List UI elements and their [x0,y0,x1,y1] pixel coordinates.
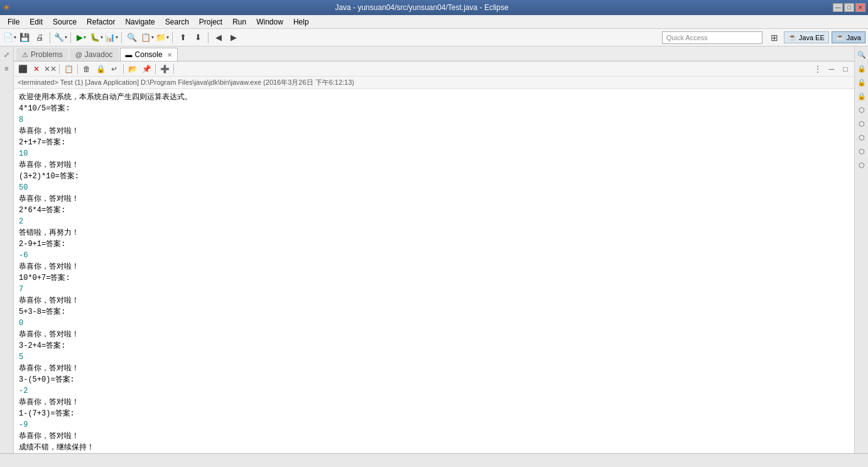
copy-button[interactable]: 📋 [62,63,75,75]
javaee-icon: ☕ [788,33,797,41]
perspectives-bar: ⊞ ☕ Java EE ☕ Java [768,31,865,45]
view-menu-button[interactable]: ⋮ [811,63,824,75]
right-sidebar-icon-9[interactable]: ⬡ [856,159,867,171]
javaee-label: Java EE [799,34,825,41]
toolbar-separator-2 [70,32,71,43]
save-button[interactable]: 💾 [18,31,31,45]
console-panel: ⚠ Problems @ Javadoc ▬ Console ✕ ⬛ ✕ ✕✕ … [14,46,854,453]
menu-run[interactable]: Run [227,16,251,28]
ct-sep-4 [155,64,156,74]
status-bar [0,453,868,467]
window-controls: — □ ✕ [833,3,865,12]
minimize-view-button[interactable]: ─ [825,63,838,75]
toolbar-separator-1 [50,32,50,43]
console-output[interactable]: 欢迎使用本系统，本系统自动产生四则运算表达式。 4*10/5=答案: 8 恭喜你… [14,89,854,453]
menu-refactor[interactable]: Refactor [82,16,120,28]
new-console-button[interactable]: ➕ [158,63,171,75]
menu-navigate[interactable]: Navigate [120,16,160,28]
pin-console-button[interactable]: 📌 [140,63,153,75]
new-file-button[interactable]: 📄▾ [3,31,16,45]
prev-annotation-button[interactable]: ⬆ [176,31,190,45]
tab-javadoc[interactable]: @ Javadoc [70,48,119,61]
main-area: ⤢ ≡ ⚠ Problems @ Javadoc ▬ Console ✕ ⬛ ✕ [0,46,868,453]
menu-bar: File Edit Source Refactor Navigate Searc… [0,15,868,29]
scroll-lock-button[interactable]: 🔒 [94,63,107,75]
eclipse-icon: ☀ [3,3,11,13]
open-type-button[interactable]: 📋▾ [140,31,154,45]
back-button[interactable]: ◀ [212,31,225,45]
tab-problems[interactable]: ⚠ Problems [16,48,68,61]
java-label: Java [847,34,861,41]
ct-sep-5 [173,64,174,74]
console-status-text: <terminated> Test (1) [Java Application]… [18,78,354,87]
run-button[interactable]: ▶▾ [74,31,88,45]
right-sidebar: 🔍 🔒 🔒 🔒 ⬡ ⬡ ⬡ ⬡ ⬡ [854,46,868,453]
open-console-button[interactable]: 📂 [126,63,139,75]
menu-help[interactable]: Help [288,16,314,28]
left-sidebar: ⤢ ≡ [0,46,14,453]
java-icon: ☕ [836,33,845,41]
right-sidebar-icon-8[interactable]: ⬡ [856,146,867,157]
ct-sep-1 [59,64,60,74]
perspective-javaee[interactable]: ☕ Java EE [784,31,829,43]
console-tab-bar: ⚠ Problems @ Javadoc ▬ Console ✕ [14,46,854,62]
tab-problems-label: Problems [31,50,63,59]
right-sidebar-icon-1[interactable]: 🔍 [856,49,867,60]
console-tab-close[interactable]: ✕ [167,51,172,58]
tab-javadoc-label: Javadoc [85,50,113,59]
open-perspective-button[interactable]: ⊞ [768,31,781,45]
right-sidebar-icon-2[interactable]: 🔒 [856,63,867,74]
next-annotation-button[interactable]: ⬇ [191,31,205,45]
tab-console-label: Console [135,50,163,59]
debug-button[interactable]: 🐛▾ [89,31,103,45]
menu-edit[interactable]: Edit [24,16,48,28]
right-sidebar-icon-4[interactable]: 🔒 [856,90,867,102]
right-sidebar-icon-7[interactable]: ⬡ [856,132,867,143]
search-references-button[interactable]: 🔍 [125,31,139,45]
maximize-view-button[interactable]: □ [839,63,852,75]
coverage-button[interactable]: 📊▾ [104,31,118,45]
console-status: <terminated> Test (1) [Java Application]… [14,77,854,89]
right-sidebar-icon-6[interactable]: ⬡ [856,118,867,129]
sidebar-icon-2[interactable]: ≡ [1,63,13,74]
open-resource-button[interactable]: 📁▾ [155,31,169,45]
menu-file[interactable]: File [3,16,24,28]
problems-icon: ⚠ [22,51,28,59]
console-icon: ▬ [126,51,133,58]
remove-all-launches-button[interactable]: ✕✕ [44,63,57,75]
sidebar-icon-1[interactable]: ⤢ [1,49,13,60]
forward-button[interactable]: ▶ [227,31,241,45]
console-toolbar: ⬛ ✕ ✕✕ 📋 🗑 🔒 ↵ 📂 📌 ➕ ⋮ ─ □ [14,62,854,77]
minimize-button[interactable]: — [833,3,843,12]
stop-console-button[interactable]: ⬛ [16,63,29,75]
ct-sep-3 [123,64,124,74]
tab-console[interactable]: ▬ Console ✕ [120,48,178,61]
toolbar-separator-3 [121,32,122,43]
menu-project[interactable]: Project [194,16,227,28]
close-button[interactable]: ✕ [855,3,865,12]
clear-console-button[interactable]: 🗑 [80,63,93,75]
menu-window[interactable]: Window [251,16,288,28]
title-bar: ☀ Java - yunsuan04/src/yunsuan04/Test.ja… [0,0,868,15]
javadoc-icon: @ [75,51,82,58]
quick-access-label: Quick Access [666,34,708,41]
right-sidebar-icon-5[interactable]: ⬡ [856,104,867,115]
toolbar-separator-4 [172,32,173,43]
quick-access-input[interactable]: Quick Access [662,31,762,44]
toolbar: 📄▾ 💾 🖨 🔧▾ ▶▾ 🐛▾ 📊▾ 🔍 📋▾ 📁▾ ⬆ ⬇ ◀ ▶ Quick… [0,29,868,46]
refactor-button[interactable]: 🔧▾ [53,31,67,45]
perspective-java[interactable]: ☕ Java [832,31,865,43]
print-button[interactable]: 🖨 [33,31,46,45]
remove-launch-button[interactable]: ✕ [30,63,43,75]
menu-search[interactable]: Search [160,16,194,28]
word-wrap-button[interactable]: ↵ [108,63,121,75]
window-title: Java - yunsuan04/src/yunsuan04/Test.java… [11,3,833,12]
menu-source[interactable]: Source [48,16,82,28]
maximize-button[interactable]: □ [844,3,854,12]
right-sidebar-icon-3[interactable]: 🔒 [856,77,867,88]
ct-sep-2 [77,64,78,74]
toolbar-separator-5 [208,32,209,43]
